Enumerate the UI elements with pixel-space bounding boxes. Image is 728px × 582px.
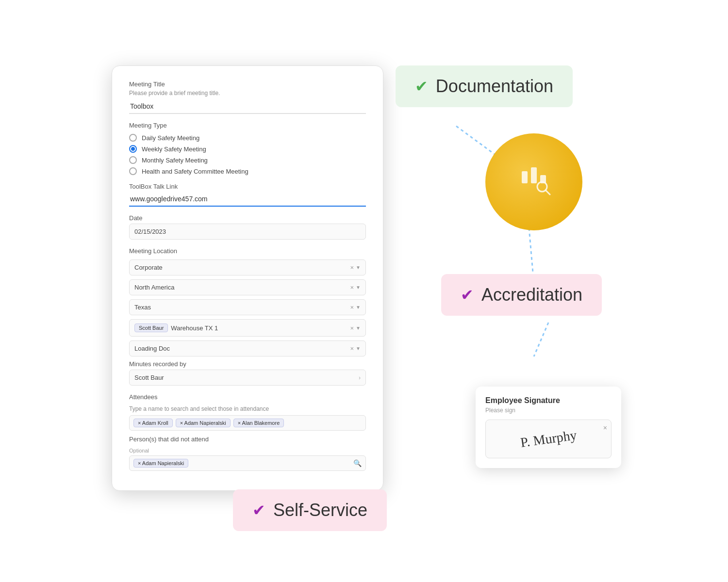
- date-field[interactable]: 02/15/2023: [129, 224, 366, 240]
- employee-signature-card: Employee Signature Please sign × P. Murp…: [476, 387, 621, 468]
- location-north-america[interactable]: North America × ▼: [129, 279, 366, 295]
- radio-monthly[interactable]: Monthly Safety Meeting: [129, 156, 366, 164]
- radio-weekly[interactable]: Weekly Safety Meeting: [129, 145, 366, 153]
- minutes-label: Minutes recorded by: [129, 360, 366, 368]
- location-warehouse-chevron: ▼: [356, 325, 361, 331]
- location-loading-clear[interactable]: ×: [350, 345, 354, 352]
- location-corporate[interactable]: Corporate × ▼: [129, 259, 366, 275]
- meeting-location-section: Meeting Location Corporate × ▼ North Ame…: [129, 247, 366, 356]
- location-texas-controls: × ▼: [350, 304, 361, 311]
- accreditation-card: ✔ Accreditation: [441, 274, 602, 316]
- date-label: Date: [129, 214, 366, 222]
- location-na-chevron: ▼: [356, 285, 361, 290]
- radio-daily[interactable]: Daily Safety Meeting: [129, 134, 366, 142]
- toolbox-link-section: ToolBox Talk Link: [129, 183, 366, 214]
- location-corporate-controls: × ▼: [350, 264, 361, 271]
- location-texas-value: Texas: [134, 304, 350, 311]
- meeting-title-section: Meeting Title Please provide a brief mee…: [129, 81, 366, 122]
- meeting-type-radio-group: Daily Safety Meeting Weekly Safety Meeti…: [129, 134, 366, 175]
- persons-input[interactable]: × Adam Napieralski 🔍: [129, 455, 366, 471]
- attendee-alan-blakemore[interactable]: × Alan Blakemore: [233, 419, 284, 427]
- minutes-section: Minutes recorded by Scott Baur ›: [129, 360, 366, 386]
- location-texas-chevron: ▼: [356, 305, 361, 310]
- svg-line-2: [534, 323, 548, 356]
- meeting-title-hint: Please provide a brief meeting title.: [129, 90, 366, 97]
- meeting-title-input[interactable]: [129, 99, 366, 114]
- location-warehouse-controls: × ▼: [350, 324, 361, 332]
- search-icon[interactable]: 🔍: [353, 459, 362, 467]
- scott-baur-badge: Scott Baur: [134, 323, 168, 332]
- persons-optional: Optional: [129, 448, 366, 453]
- date-section: Date 02/15/2023: [129, 214, 366, 240]
- attendees-label: Attendees: [129, 393, 366, 401]
- signature-area[interactable]: × P. Murphy: [485, 420, 612, 458]
- self-service-card: ✔ Self-Service: [233, 489, 387, 531]
- location-na-clear[interactable]: ×: [350, 284, 354, 291]
- location-corporate-chevron: ▼: [356, 265, 361, 270]
- radio-health-label: Health and Safety Committee Meeting: [142, 168, 248, 175]
- radio-health[interactable]: Health and Safety Committee Meeting: [129, 167, 366, 175]
- attendees-input[interactable]: × Adam Kroll × Adam Napieralski × Alan B…: [129, 415, 366, 431]
- radio-daily-label: Daily Safety Meeting: [142, 134, 199, 142]
- location-corporate-clear[interactable]: ×: [350, 264, 354, 271]
- meeting-form-card: Meeting Title Please provide a brief mee…: [112, 65, 383, 491]
- sig-title: Employee Signature: [485, 396, 612, 405]
- location-warehouse-value: Scott Baur Warehouse TX 1: [134, 323, 350, 332]
- radio-weekly-circle: [129, 145, 137, 153]
- svg-line-7: [546, 190, 550, 194]
- self-check-icon: ✔: [252, 501, 265, 519]
- doc-check-icon: ✔: [415, 77, 428, 96]
- location-loading-controls: × ▼: [350, 345, 361, 352]
- location-texas-clear[interactable]: ×: [350, 304, 354, 311]
- accred-card-title: Accreditation: [481, 285, 582, 305]
- meeting-title-label: Meeting Title: [129, 81, 366, 88]
- attendees-hint: Type a name to search and select those i…: [129, 405, 366, 412]
- person-adam-napieralski[interactable]: × Adam Napieralski: [133, 459, 188, 468]
- sig-close-button[interactable]: ×: [603, 424, 607, 432]
- attendee-adam-kroll[interactable]: × Adam Kroll: [133, 419, 173, 427]
- sig-hint: Please sign: [485, 407, 612, 414]
- radio-monthly-circle: [129, 156, 137, 164]
- minutes-value: Scott Baur: [134, 374, 164, 381]
- meeting-location-label: Meeting Location: [129, 247, 366, 255]
- location-warehouse[interactable]: Scott Baur Warehouse TX 1 × ▼: [129, 319, 366, 337]
- signature-image: P. Murphy: [519, 427, 578, 451]
- location-texas[interactable]: Texas × ▼: [129, 299, 366, 315]
- location-loading-doc[interactable]: Loading Doc × ▼: [129, 340, 366, 356]
- toolbox-link-label: ToolBox Talk Link: [129, 183, 366, 190]
- persons-label: Person(s) that did not attend: [129, 436, 366, 443]
- svg-rect-3: [522, 171, 528, 183]
- location-loading-chevron: ▼: [356, 346, 361, 351]
- persons-section: Person(s) that did not attend Optional ×…: [129, 436, 366, 471]
- attendee-adam-napieralski[interactable]: × Adam Napieralski: [176, 419, 231, 427]
- location-na-value: North America: [134, 284, 350, 291]
- meeting-type-section: Meeting Type Daily Safety Meeting Weekly…: [129, 122, 366, 175]
- radio-monthly-label: Monthly Safety Meeting: [142, 157, 208, 164]
- accred-check-icon: ✔: [461, 286, 474, 304]
- minutes-arrow: ›: [359, 374, 361, 381]
- svg-rect-4: [531, 167, 537, 183]
- chart-icon: [517, 162, 551, 202]
- location-corporate-value: Corporate: [134, 264, 350, 271]
- radio-health-circle: [129, 167, 137, 175]
- self-card-title: Self-Service: [273, 500, 367, 520]
- attendees-section: Attendees Type a name to search and sele…: [129, 393, 366, 431]
- location-warehouse-clear[interactable]: ×: [350, 324, 354, 332]
- location-loading-value: Loading Doc: [134, 345, 350, 352]
- radio-daily-circle: [129, 134, 137, 142]
- minutes-field[interactable]: Scott Baur ›: [129, 370, 366, 386]
- doc-card-title: Documentation: [436, 76, 553, 97]
- documentation-card: ✔ Documentation: [396, 65, 573, 107]
- toolbox-link-input[interactable]: [129, 192, 366, 207]
- radio-weekly-label: Weekly Safety Meeting: [142, 146, 206, 153]
- analytics-circle: [485, 133, 582, 230]
- location-na-controls: × ▼: [350, 284, 361, 291]
- meeting-type-label: Meeting Type: [129, 122, 366, 129]
